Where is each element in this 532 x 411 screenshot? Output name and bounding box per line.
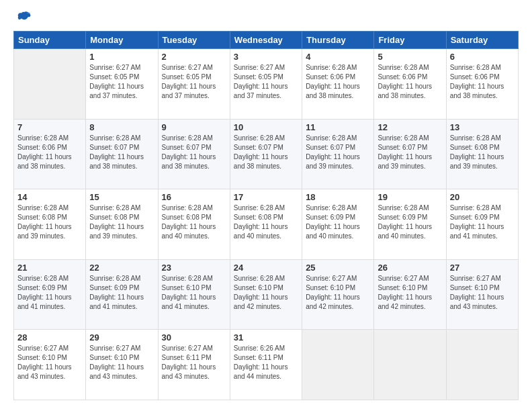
day-info: Sunrise: 6:27 AM Sunset: 6:10 PM Dayligh… <box>378 274 442 312</box>
day-info: Sunrise: 6:28 AM Sunset: 6:07 PM Dayligh… <box>162 134 226 171</box>
day-info: Sunrise: 6:28 AM Sunset: 6:06 PM Dayligh… <box>306 63 370 101</box>
day-number: 5 <box>378 52 442 62</box>
calendar-header-monday: Monday <box>86 32 158 49</box>
calendar-day-cell: 28Sunrise: 6:27 AM Sunset: 6:10 PM Dayli… <box>14 330 86 400</box>
calendar-week-row: 1Sunrise: 6:27 AM Sunset: 6:05 PM Daylig… <box>14 49 519 120</box>
day-number: 30 <box>162 332 226 342</box>
calendar-day-cell: 30Sunrise: 6:27 AM Sunset: 6:11 PM Dayli… <box>158 330 230 400</box>
day-number: 27 <box>450 263 515 273</box>
calendar-day-cell: 12Sunrise: 6:28 AM Sunset: 6:07 PM Dayli… <box>374 119 446 189</box>
calendar-day-cell: 27Sunrise: 6:27 AM Sunset: 6:10 PM Dayli… <box>446 259 518 330</box>
day-info: Sunrise: 6:28 AM Sunset: 6:10 PM Dayligh… <box>162 274 226 312</box>
calendar-body: 1Sunrise: 6:27 AM Sunset: 6:05 PM Daylig… <box>14 49 519 400</box>
calendar-day-cell: 5Sunrise: 6:28 AM Sunset: 6:06 PM Daylig… <box>374 49 446 120</box>
day-info: Sunrise: 6:28 AM Sunset: 6:07 PM Dayligh… <box>89 134 154 171</box>
calendar-week-row: 14Sunrise: 6:28 AM Sunset: 6:08 PM Dayli… <box>14 189 519 260</box>
day-number: 18 <box>306 192 370 202</box>
day-info: Sunrise: 6:28 AM Sunset: 6:10 PM Dayligh… <box>234 274 298 312</box>
calendar-day-cell: 10Sunrise: 6:28 AM Sunset: 6:07 PM Dayli… <box>230 119 302 189</box>
calendar-day-cell <box>446 330 518 400</box>
day-number: 16 <box>162 192 226 202</box>
calendar-header-thursday: Thursday <box>302 32 374 49</box>
calendar-header-friday: Friday <box>374 32 446 49</box>
calendar-day-cell: 13Sunrise: 6:28 AM Sunset: 6:08 PM Dayli… <box>446 119 518 189</box>
day-number: 2 <box>162 52 226 62</box>
day-info: Sunrise: 6:28 AM Sunset: 6:09 PM Dayligh… <box>306 203 370 241</box>
calendar-day-cell <box>302 330 374 400</box>
day-number: 7 <box>17 122 82 132</box>
calendar-week-row: 28Sunrise: 6:27 AM Sunset: 6:10 PM Dayli… <box>14 330 519 400</box>
day-info: Sunrise: 6:28 AM Sunset: 6:07 PM Dayligh… <box>234 134 298 171</box>
calendar-day-cell: 8Sunrise: 6:28 AM Sunset: 6:07 PM Daylig… <box>86 119 158 189</box>
day-number: 11 <box>306 122 370 132</box>
day-info: Sunrise: 6:28 AM Sunset: 6:08 PM Dayligh… <box>162 203 226 241</box>
day-info: Sunrise: 6:28 AM Sunset: 6:09 PM Dayligh… <box>17 274 82 312</box>
calendar-day-cell: 17Sunrise: 6:28 AM Sunset: 6:08 PM Dayli… <box>230 189 302 260</box>
calendar-header-tuesday: Tuesday <box>158 32 230 49</box>
day-number: 10 <box>234 122 298 132</box>
day-number: 1 <box>89 52 154 62</box>
calendar-day-cell: 26Sunrise: 6:27 AM Sunset: 6:10 PM Dayli… <box>374 259 446 330</box>
calendar-day-cell: 15Sunrise: 6:28 AM Sunset: 6:08 PM Dayli… <box>86 189 158 260</box>
calendar-table: SundayMondayTuesdayWednesdayThursdayFrid… <box>13 31 519 400</box>
day-info: Sunrise: 6:28 AM Sunset: 6:06 PM Dayligh… <box>378 63 442 101</box>
calendar-header-wednesday: Wednesday <box>230 32 302 49</box>
day-number: 29 <box>89 332 154 342</box>
page: SundayMondayTuesdayWednesdayThursdayFrid… <box>0 0 532 411</box>
day-info: Sunrise: 6:28 AM Sunset: 6:09 PM Dayligh… <box>450 203 515 241</box>
calendar-day-cell: 19Sunrise: 6:28 AM Sunset: 6:09 PM Dayli… <box>374 189 446 260</box>
logo-bird-icon <box>16 11 32 24</box>
day-info: Sunrise: 6:28 AM Sunset: 6:06 PM Dayligh… <box>17 134 82 171</box>
calendar-header-saturday: Saturday <box>446 32 518 49</box>
day-number: 20 <box>450 192 515 202</box>
day-info: Sunrise: 6:28 AM Sunset: 6:09 PM Dayligh… <box>378 203 442 241</box>
day-number: 17 <box>234 192 298 202</box>
logo <box>13 11 34 24</box>
calendar-header-sunday: Sunday <box>14 32 86 49</box>
calendar-day-cell: 4Sunrise: 6:28 AM Sunset: 6:06 PM Daylig… <box>302 49 374 120</box>
calendar-day-cell: 22Sunrise: 6:28 AM Sunset: 6:09 PM Dayli… <box>86 259 158 330</box>
calendar-day-cell: 18Sunrise: 6:28 AM Sunset: 6:09 PM Dayli… <box>302 189 374 260</box>
day-info: Sunrise: 6:27 AM Sunset: 6:11 PM Dayligh… <box>162 344 226 381</box>
day-info: Sunrise: 6:27 AM Sunset: 6:05 PM Dayligh… <box>234 63 298 101</box>
calendar-day-cell: 1Sunrise: 6:27 AM Sunset: 6:05 PM Daylig… <box>86 49 158 120</box>
day-info: Sunrise: 6:26 AM Sunset: 6:11 PM Dayligh… <box>234 344 298 381</box>
calendar-day-cell: 31Sunrise: 6:26 AM Sunset: 6:11 PM Dayli… <box>230 330 302 400</box>
day-number: 3 <box>234 52 298 62</box>
day-number: 19 <box>378 192 442 202</box>
calendar-day-cell: 24Sunrise: 6:28 AM Sunset: 6:10 PM Dayli… <box>230 259 302 330</box>
calendar-day-cell: 7Sunrise: 6:28 AM Sunset: 6:06 PM Daylig… <box>14 119 86 189</box>
day-number: 26 <box>378 263 442 273</box>
day-info: Sunrise: 6:28 AM Sunset: 6:07 PM Dayligh… <box>306 134 370 171</box>
calendar-day-cell: 14Sunrise: 6:28 AM Sunset: 6:08 PM Dayli… <box>14 189 86 260</box>
header <box>13 11 519 24</box>
day-number: 6 <box>450 52 515 62</box>
day-info: Sunrise: 6:27 AM Sunset: 6:05 PM Dayligh… <box>89 63 154 101</box>
calendar-day-cell: 6Sunrise: 6:28 AM Sunset: 6:06 PM Daylig… <box>446 49 518 120</box>
day-number: 28 <box>17 332 82 342</box>
day-info: Sunrise: 6:28 AM Sunset: 6:06 PM Dayligh… <box>450 63 515 101</box>
calendar-day-cell: 11Sunrise: 6:28 AM Sunset: 6:07 PM Dayli… <box>302 119 374 189</box>
calendar-day-cell: 3Sunrise: 6:27 AM Sunset: 6:05 PM Daylig… <box>230 49 302 120</box>
calendar-day-cell: 9Sunrise: 6:28 AM Sunset: 6:07 PM Daylig… <box>158 119 230 189</box>
calendar-day-cell: 20Sunrise: 6:28 AM Sunset: 6:09 PM Dayli… <box>446 189 518 260</box>
day-number: 31 <box>234 332 298 342</box>
calendar-day-cell: 2Sunrise: 6:27 AM Sunset: 6:05 PM Daylig… <box>158 49 230 120</box>
calendar-day-cell: 21Sunrise: 6:28 AM Sunset: 6:09 PM Dayli… <box>14 259 86 330</box>
day-info: Sunrise: 6:27 AM Sunset: 6:10 PM Dayligh… <box>450 274 515 312</box>
calendar-day-cell: 16Sunrise: 6:28 AM Sunset: 6:08 PM Dayli… <box>158 189 230 260</box>
calendar-day-cell <box>374 330 446 400</box>
day-number: 22 <box>89 263 154 273</box>
day-info: Sunrise: 6:28 AM Sunset: 6:08 PM Dayligh… <box>450 134 515 171</box>
day-info: Sunrise: 6:28 AM Sunset: 6:08 PM Dayligh… <box>234 203 298 241</box>
day-info: Sunrise: 6:28 AM Sunset: 6:07 PM Dayligh… <box>378 134 442 171</box>
calendar-day-cell <box>14 49 86 120</box>
day-info: Sunrise: 6:27 AM Sunset: 6:10 PM Dayligh… <box>17 344 82 381</box>
day-number: 23 <box>162 263 226 273</box>
calendar-week-row: 21Sunrise: 6:28 AM Sunset: 6:09 PM Dayli… <box>14 259 519 330</box>
day-number: 15 <box>89 192 154 202</box>
day-number: 25 <box>306 263 370 273</box>
day-number: 9 <box>162 122 226 132</box>
day-number: 8 <box>89 122 154 132</box>
day-info: Sunrise: 6:28 AM Sunset: 6:09 PM Dayligh… <box>89 274 154 312</box>
